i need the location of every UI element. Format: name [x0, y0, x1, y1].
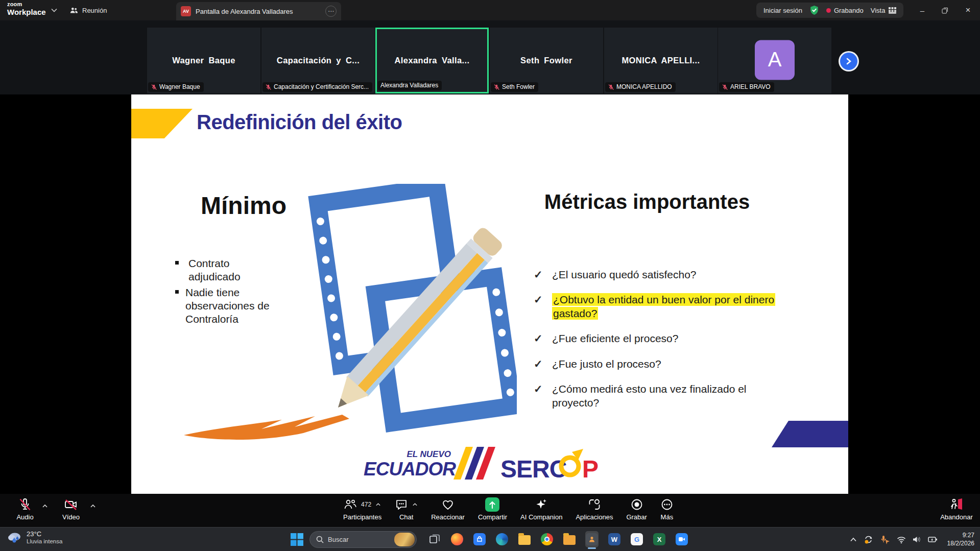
participant-tile[interactable]: A ARIEL BRAVO — [718, 28, 831, 93]
zoom-app-icon[interactable] — [675, 531, 688, 547]
people-icon — [69, 7, 79, 14]
rain-cloud-icon — [7, 531, 22, 544]
taskbar-clock[interactable]: 9:27 18/2/2026 — [939, 531, 974, 547]
participants-count: 472 — [361, 501, 371, 508]
share-screen-button[interactable]: Compartir — [478, 497, 507, 521]
participant-tile[interactable]: Wagner Baque Wagner Baque — [147, 28, 260, 93]
slide-title: Redefinición del éxito — [197, 111, 402, 134]
window-close-button[interactable]: × — [956, 0, 980, 20]
chat-button[interactable]: Chat — [395, 497, 418, 521]
windows-taskbar: 23°C Lluvia intensa Buscar W G X 9:27 18 — [0, 527, 980, 551]
task-view-icon[interactable] — [428, 531, 441, 547]
folder-icon[interactable] — [518, 531, 531, 547]
checkmark-icon: ✓ — [534, 382, 545, 410]
ai-companion-button[interactable]: AI Companion — [520, 497, 562, 521]
audio-button[interactable]: Audio — [9, 497, 41, 521]
search-placeholder: Buscar — [328, 536, 348, 543]
participants-chevron[interactable] — [375, 502, 381, 507]
svg-text:P: P — [582, 456, 599, 483]
view-button[interactable]: Vista — [871, 7, 897, 14]
svg-text:ECUADOR: ECUADOR — [364, 459, 456, 480]
leave-meeting-button[interactable]: Abandonar — [939, 497, 974, 521]
apps-icon — [588, 498, 601, 511]
participant-label: Wagner Baque — [148, 82, 204, 92]
recording-indicator: Grabando — [826, 7, 864, 14]
more-ellipsis-icon — [660, 498, 674, 511]
battery-icon[interactable] — [928, 536, 938, 543]
chevron-right-icon — [846, 58, 852, 65]
participants-icon — [344, 498, 357, 511]
tab-share-title: Pantalla de Alexandra Valladares — [196, 8, 293, 15]
presentation-slide: Redefinición del éxito Mínimo Contrato a… — [131, 94, 848, 494]
apps-button[interactable]: Aplicaciones — [576, 497, 613, 521]
recording-dot-icon — [826, 8, 831, 13]
participant-label: ARIEL BRAVO — [719, 82, 774, 92]
checklist-item: ✓ ¿Fue eficiente el proceso? — [534, 332, 778, 345]
video-button[interactable]: Vídeo — [55, 497, 87, 521]
participant-label: MONICA APELLIDO — [605, 82, 676, 92]
next-participants-button[interactable] — [840, 53, 857, 70]
start-button[interactable] — [290, 533, 304, 546]
participant-tile[interactable]: Seth Fowler Seth Fowler — [490, 28, 603, 93]
security-shield-icon[interactable] — [809, 5, 819, 15]
participants-button[interactable]: 472 Participantes — [343, 497, 381, 521]
participant-tile[interactable]: MONICA APELLI... MONICA APELLIDO — [604, 28, 718, 93]
zoom-meeting-toolbar: Audio Vídeo 472 Participantes Chat Rea — [0, 494, 980, 527]
search-highlight-image[interactable] — [394, 533, 415, 546]
checkmark-icon: ✓ — [534, 332, 545, 345]
checklist-item: ✓ ¿Cómo medirá esto una vez finalizado e… — [534, 382, 778, 410]
mic-muted-icon — [151, 84, 157, 90]
participant-avatar: A — [755, 40, 795, 80]
heart-icon — [441, 498, 455, 511]
participant-name: Capacitación y C... — [261, 55, 375, 65]
record-button[interactable]: Grabar — [626, 497, 647, 521]
checkmark-icon: ✓ — [534, 268, 545, 281]
tab-options-button[interactable]: ⋯ — [325, 6, 337, 17]
sign-in-button[interactable]: Iniciar sesión — [763, 7, 802, 14]
mic-muted-icon — [265, 84, 272, 90]
participant-tile[interactable]: Capacitación y C... Capacitación y Certi… — [261, 28, 375, 93]
right-column-heading: Métricas importantes — [512, 190, 782, 213]
wifi-icon[interactable] — [897, 536, 906, 543]
sercop-ecuador-logo: EL NUEVO ECUADOR SERC P — [364, 446, 609, 486]
participant-tile-active-speaker[interactable]: Alexandra Valla... Alexandra Valladares — [375, 28, 489, 93]
participant-label: Capacitación y Certificación Serc... — [262, 82, 372, 92]
participant-filmstrip: Wagner Baque Wagner Baque Capacitación y… — [0, 20, 980, 94]
svg-text:EL NUEVO: EL NUEVO — [407, 449, 451, 459]
workspace-chevron-down-icon[interactable] — [51, 8, 57, 12]
recording-label: Grabando — [834, 7, 864, 14]
firefox-icon[interactable] — [450, 531, 464, 547]
zoom-workplace-logo: zoom Workplace — [7, 2, 46, 16]
window-titlebar: zoom Workplace Reunión AV Pantalla de Al… — [0, 0, 980, 20]
participant-label: Seth Fowler — [491, 82, 538, 92]
word-icon[interactable]: W — [608, 531, 621, 547]
excel-icon[interactable]: X — [653, 531, 666, 547]
logo-text-workplace: Workplace — [7, 8, 46, 16]
ai-sparkle-icon — [535, 498, 548, 511]
react-button[interactable]: Reaccionar — [431, 497, 465, 521]
video-options-chevron[interactable] — [90, 504, 96, 508]
taskbar-weather-widget[interactable]: 23°C Lluvia intensa — [7, 530, 62, 544]
tab-shared-screen[interactable]: AV Pantalla de Alexandra Valladares ⋯ — [176, 2, 341, 20]
search-icon — [316, 536, 324, 543]
more-button[interactable]: Más — [660, 497, 674, 521]
audio-options-chevron[interactable] — [42, 504, 48, 508]
tray-chevron-up-icon[interactable] — [850, 537, 857, 542]
files-folder-icon[interactable] — [563, 531, 576, 547]
meeting-window-icon-active[interactable] — [585, 531, 599, 547]
window-minimize-button[interactable]: – — [911, 0, 934, 20]
sync-status-icon[interactable] — [864, 535, 873, 544]
share-icon — [485, 497, 499, 512]
chat-chevron[interactable] — [412, 502, 418, 507]
voice-access-icon[interactable] — [880, 535, 890, 544]
store-icon[interactable] — [473, 531, 486, 547]
participant-label: Alexandra Valladares — [378, 81, 442, 90]
google-icon[interactable]: G — [630, 531, 643, 547]
speaker-icon[interactable] — [913, 536, 921, 543]
edge-icon[interactable] — [495, 531, 509, 547]
chrome-icon[interactable] — [540, 531, 554, 547]
search-box[interactable]: Buscar — [309, 531, 417, 548]
window-restore-button[interactable] — [934, 0, 956, 20]
tab-meeting[interactable]: Reunión — [69, 4, 107, 16]
tray-date: 18/2/2026 — [939, 539, 974, 547]
